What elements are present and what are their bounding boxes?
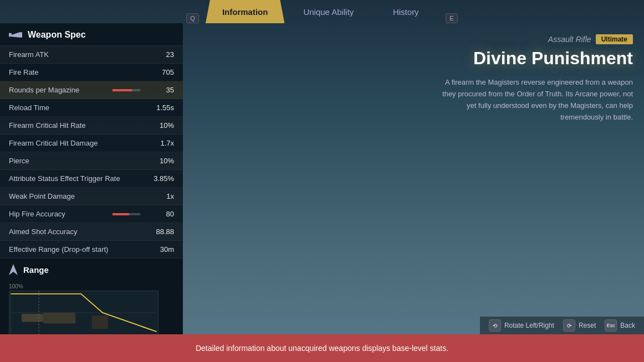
back-control[interactable]: Esc Back <box>605 319 635 332</box>
stat-row-aimed-shot: Aimed Shot Accuracy 88.88 <box>0 223 183 241</box>
stat-row-reload-time: Reload Time 1.55s <box>0 99 183 117</box>
stat-row-hip-fire: Hip Fire Accuracy 80 <box>0 205 183 223</box>
stat-row-weak-point: Weak Point Damage 1x <box>0 188 183 205</box>
bottom-message: Detailed information about unacquired we… <box>196 344 448 353</box>
stat-row-firearm-atk: Firearm ATK 23 <box>0 46 183 64</box>
weapon-tier-badge: Ultimate <box>596 34 633 44</box>
chart-y-label-top: 100% <box>9 283 174 289</box>
chart-area <box>9 291 159 334</box>
weapon-type-line: Assault Rifle Ultimate <box>433 34 633 44</box>
range-title: Range <box>23 265 49 275</box>
back-label: Back <box>620 322 635 329</box>
range-header: Range <box>0 258 183 281</box>
weapon-description: A firearm the Magisters reverse engineer… <box>433 77 633 123</box>
stat-row-crit-damage: Firearm Critical Hit Damage 1.7x <box>0 135 183 152</box>
svg-rect-4 <box>43 313 76 324</box>
stat-row-fire-rate: Fire Rate 705 <box>0 64 183 81</box>
tab-unique-ability[interactable]: Unique Ability <box>287 0 370 23</box>
left-panel: Weapon Spec Firearm ATK 23 Fire Rate 705… <box>0 23 183 334</box>
rotate-icon: ⟲ <box>489 319 501 332</box>
svg-rect-5 <box>92 316 108 329</box>
rotate-label: Rotate Left/Right <box>504 322 554 329</box>
hip-fire-bar <box>113 213 140 215</box>
stats-list: Firearm ATK 23 Fire Rate 705 Rounds per … <box>0 46 183 258</box>
stat-row-status-trigger: Attribute Status Effect Trigger Rate 3.8… <box>0 170 183 188</box>
svg-marker-0 <box>9 264 18 275</box>
weapon-spec-title: Weapon Spec <box>28 30 86 40</box>
stat-row-crit-rate: Firearm Critical Hit Rate 10% <box>0 117 183 135</box>
tab-information[interactable]: Information <box>206 0 285 23</box>
svg-rect-6 <box>22 314 43 322</box>
weapon-type: Assault Rifle <box>548 35 591 44</box>
top-navigation: Q Information Unique Ability History E <box>0 0 644 23</box>
rotate-control: ⟲ Rotate Left/Right <box>489 319 554 332</box>
right-info-panel: Assault Rifle Ultimate Divine Punishment… <box>422 23 644 123</box>
stat-row-pierce: Pierce 10% <box>0 152 183 170</box>
nav-key-e: E <box>446 13 457 23</box>
range-chart: 100% 0% 0m 50m 100m 150m <box>0 281 183 334</box>
reset-icon: ⟳ <box>563 319 575 332</box>
reset-label: Reset <box>579 322 596 329</box>
nav-key-q: Q <box>186 13 199 23</box>
reset-control[interactable]: ⟳ Reset <box>563 319 596 332</box>
controls-bar: ⟲ Rotate Left/Right ⟳ Reset Esc Back <box>480 317 644 334</box>
weapon-name: Divine Punishment <box>433 49 633 68</box>
range-icon <box>9 264 18 275</box>
tab-history[interactable]: History <box>372 0 439 23</box>
weapon-icon <box>9 30 22 39</box>
rounds-bar <box>113 89 140 91</box>
stat-row-effective-range: Effective Range (Drop-off start) 30m <box>0 241 183 258</box>
stat-row-rounds-per-magazine: Rounds per Magazine 35 <box>0 81 183 99</box>
bottom-bar: Detailed information about unacquired we… <box>0 334 644 362</box>
range-chart-svg <box>9 291 158 334</box>
esc-icon: Esc <box>605 319 617 332</box>
weapon-spec-header: Weapon Spec <box>0 23 183 46</box>
